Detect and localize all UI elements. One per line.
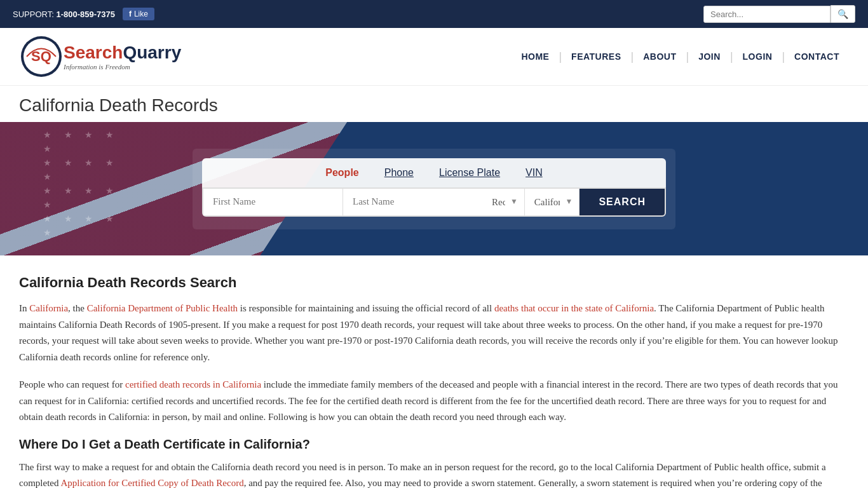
section2-paragraph1: The first way to make a request for and … [19, 459, 849, 489]
search-tabs: People Phone License Plate VIN [202, 158, 666, 187]
nav-contact[interactable]: CONTACT [785, 51, 849, 62]
logo-icon: SQ [19, 34, 64, 79]
logo-text: SearchQuarry Information is Freedom [64, 43, 181, 71]
nav-join[interactable]: JOIN [689, 51, 730, 62]
page-title-area: California Death Records [0, 86, 868, 122]
section2-title: Where Do I Get a Death Certificate in Ca… [19, 437, 849, 452]
main-content: California Death Records Search In Calif… [0, 255, 868, 488]
search-widget: People Phone License Plate VIN Record Ty… [193, 149, 675, 229]
nav-about[interactable]: ABOUT [634, 51, 686, 62]
topbar-right: 🔍 [703, 5, 855, 23]
support-phone: 1-800-859-7375 [56, 10, 115, 19]
search-button[interactable]: SEARCH [580, 189, 665, 215]
logo-search: Search [64, 43, 123, 62]
topbar-left: SUPPORT: 1-800-859-7375 f Like [13, 8, 154, 20]
section1-title: California Death Records Search [19, 274, 849, 291]
tab-phone[interactable]: Phone [381, 166, 417, 180]
top-search: 🔍 [703, 5, 855, 23]
california-link[interactable]: California [29, 303, 68, 313]
logo-area: SQ SearchQuarry Information is Freedom [19, 34, 181, 79]
tab-people[interactable]: People [322, 166, 362, 180]
nav-login[interactable]: LOGIN [733, 51, 782, 62]
nav-links: HOME | FEATURES | ABOUT | JOIN | LOGIN |… [512, 50, 849, 64]
state-select[interactable]: All States Alabama California Colorado F… [525, 189, 580, 215]
dept-link[interactable]: California Department of Public Health [87, 303, 238, 313]
state-wrapper: All States Alabama California Colorado F… [525, 189, 580, 215]
nav-home[interactable]: HOME [512, 51, 559, 62]
section1-paragraph2: People who can request for certified dea… [19, 377, 849, 426]
fb-icon: f [129, 10, 132, 18]
section1-paragraph1: In California, the California Department… [19, 301, 849, 365]
support-label: SUPPORT: 1-800-859-7375 [13, 10, 115, 19]
app-link[interactable]: Application for Certified Copy of Death … [60, 478, 243, 488]
tab-vin[interactable]: VIN [522, 166, 546, 180]
logo-brand: SearchQuarry [64, 43, 181, 63]
stars-decoration: ★ ★ ★ ★ ★★ ★ ★ ★ ★★ ★ ★ ★ ★★ ★ ★ ★ ★ [43, 128, 126, 192]
page-title: California Death Records [19, 95, 849, 116]
topbar: SUPPORT: 1-800-859-7375 f Like 🔍 [0, 0, 868, 28]
fb-like-label: Like [134, 10, 148, 18]
search-icon: 🔍 [837, 9, 848, 19]
fb-like-button[interactable]: f Like [123, 8, 154, 20]
tab-license-plate[interactable]: License Plate [436, 166, 503, 180]
deaths-link[interactable]: deaths that occur in the state of Califo… [494, 303, 654, 313]
top-search-input[interactable] [703, 6, 831, 23]
record-type-wrapper: Record Type Death Records Birth Records … [482, 189, 525, 215]
nav-features[interactable]: FEATURES [562, 51, 630, 62]
record-type-select[interactable]: Record Type Death Records Birth Records … [482, 189, 524, 215]
last-name-input[interactable] [343, 189, 482, 215]
top-search-button[interactable]: 🔍 [831, 5, 855, 23]
logo-tagline: Information is Freedom [64, 63, 181, 71]
hero-banner: ★ ★ ★ ★ ★★ ★ ★ ★ ★★ ★ ★ ★ ★★ ★ ★ ★ ★ Peo… [0, 122, 868, 255]
search-form: Record Type Death Records Birth Records … [202, 187, 666, 217]
certified-link[interactable]: certified death records in California [125, 379, 261, 390]
logo-quarry: Quarry [123, 43, 181, 62]
navbar: SQ SearchQuarry Information is Freedom H… [0, 28, 868, 86]
first-name-input[interactable] [203, 189, 343, 215]
